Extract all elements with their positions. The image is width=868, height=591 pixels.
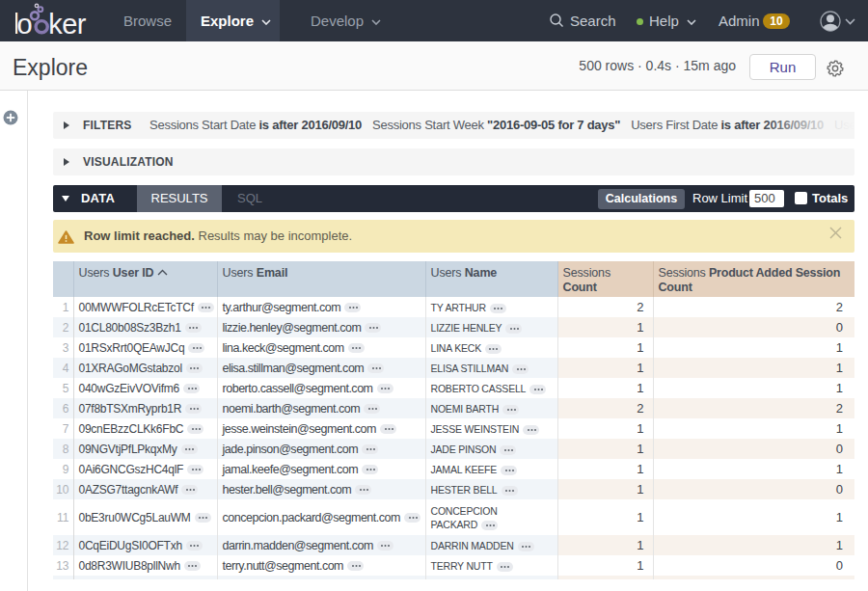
svg-text:o: o xyxy=(17,9,33,40)
svg-text:ker: ker xyxy=(48,9,87,40)
